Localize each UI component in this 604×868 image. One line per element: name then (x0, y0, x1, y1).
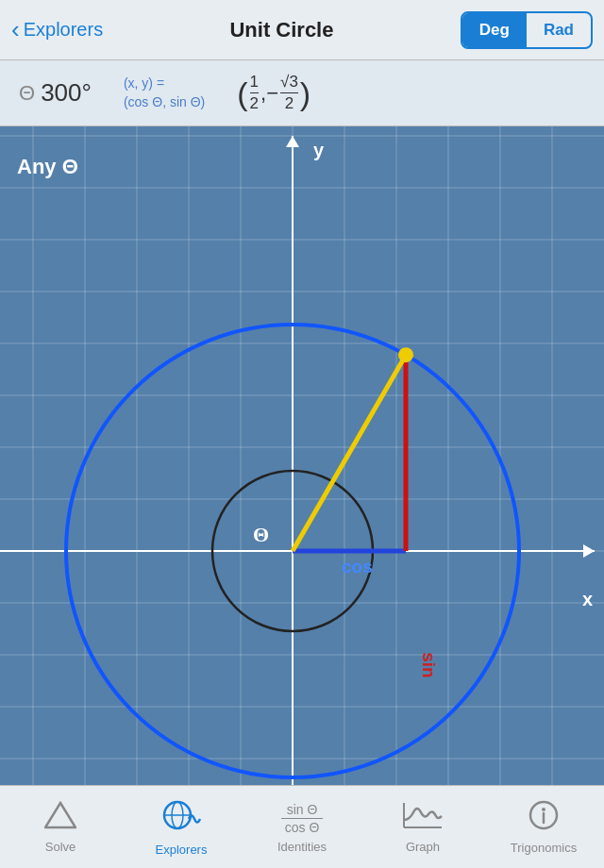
label-x-axis: x (582, 589, 593, 610)
graph-icon (402, 801, 444, 836)
y-sign: − (266, 81, 278, 106)
tab-identities-label: Identities (277, 840, 327, 854)
canvas-area[interactable]: Any Θ y x cos sin (0, 126, 604, 802)
tab-graph[interactable]: Graph (376, 801, 470, 854)
angle-value: 300° (41, 78, 92, 108)
nav-back-label: Explorers (24, 19, 103, 41)
deg-rad-toggle: Deg Rad (461, 11, 593, 49)
tab-trigonomics-label: Trigonomics (511, 841, 577, 855)
label-sin: sin (418, 652, 439, 677)
coord-value: ( 1 2 , − √3 2 ) (237, 73, 310, 113)
tab-trigonomics[interactable]: Trigonomics (496, 800, 591, 855)
theta-symbol: Θ (19, 81, 35, 106)
formula-line1: (x, y) = (124, 75, 205, 93)
unit-circle-canvas[interactable] (0, 126, 604, 802)
svg-marker-0 (45, 803, 76, 827)
info-bar: Θ 300° (x, y) = (cos Θ, sin Θ) ( 1 2 , −… (0, 60, 604, 126)
y-numerator: √3 (280, 73, 298, 93)
y-fraction: √3 2 (280, 73, 298, 113)
label-cos: cos (342, 557, 373, 577)
solve-icon (44, 801, 76, 836)
tab-graph-label: Graph (406, 840, 440, 854)
label-any-theta: Any Θ (17, 155, 78, 179)
identities-cos: cos Θ (279, 819, 326, 836)
navbar: ‹ Explorers Unit Circle Deg Rad (0, 0, 604, 60)
coord-formula: (x, y) = (cos Θ, sin Θ) (124, 75, 205, 111)
deg-button[interactable]: Deg (462, 13, 527, 47)
nav-back-button[interactable]: ‹ Explorers (11, 15, 103, 44)
x-fraction: 1 2 (250, 73, 259, 113)
theta-display: Θ 300° (19, 78, 92, 108)
open-paren: ( (237, 77, 247, 109)
rad-button[interactable]: Rad (527, 13, 591, 47)
explorers-icon (160, 798, 202, 839)
svg-point-7 (542, 808, 545, 811)
y-denominator: 2 (285, 93, 294, 113)
x-numerator: 1 (250, 73, 259, 93)
tab-solve-label: Solve (45, 840, 76, 854)
tab-identities[interactable]: sin Θ cos Θ Identities (255, 801, 349, 854)
tab-bar: Solve Explorers sin Θ cos Θ Identities (0, 785, 604, 868)
formula-line2: (cos Θ, sin Θ) (124, 93, 205, 112)
close-paren: ) (300, 77, 310, 109)
label-y-axis: y (313, 140, 324, 161)
tab-explorers-label: Explorers (156, 843, 208, 857)
page-title: Unit Circle (229, 18, 333, 42)
identities-sin: sin Θ (281, 801, 324, 819)
x-denominator: 2 (250, 93, 259, 113)
info-icon (528, 800, 559, 837)
back-chevron-icon: ‹ (11, 15, 20, 44)
tab-explorers[interactable]: Explorers (134, 798, 228, 857)
tab-solve[interactable]: Solve (13, 801, 108, 854)
